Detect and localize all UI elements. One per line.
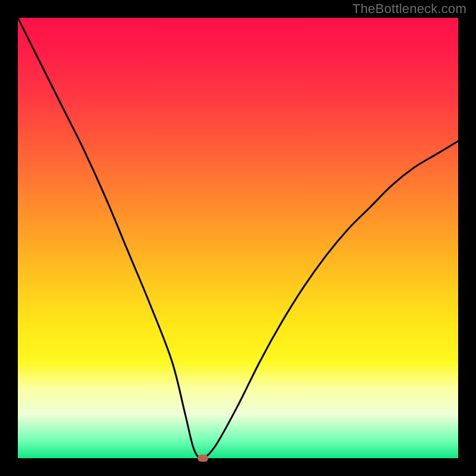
- chart-frame: TheBottleneck.com: [0, 0, 476, 476]
- optimal-marker: [198, 455, 208, 462]
- watermark-text: TheBottleneck.com: [352, 1, 466, 17]
- plot-area: [18, 18, 458, 458]
- bottleneck-curve: [18, 18, 458, 458]
